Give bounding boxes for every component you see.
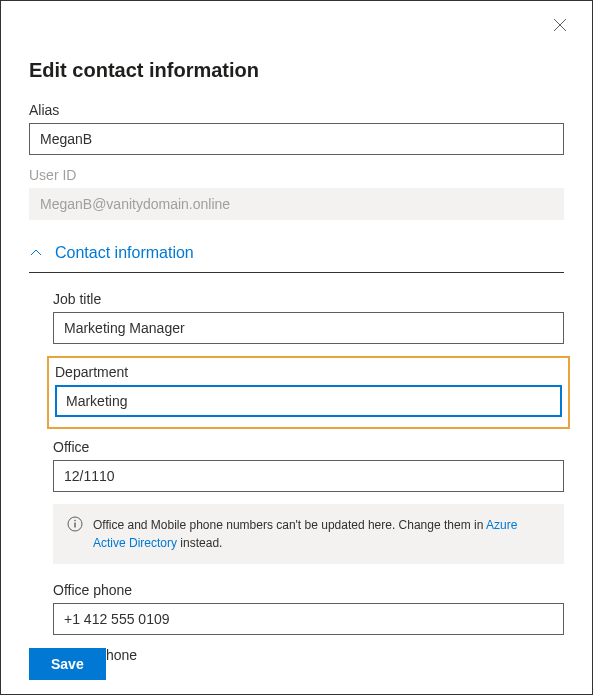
alias-input[interactable] — [29, 123, 564, 155]
close-button[interactable] — [550, 15, 570, 35]
department-label: Department — [55, 364, 562, 380]
mobilephone-label: Mobile phone — [53, 647, 564, 663]
info-text-after: instead. — [177, 536, 222, 550]
jobtitle-label: Job title — [53, 291, 564, 307]
office-label: Office — [53, 439, 564, 455]
svg-point-1 — [74, 520, 76, 522]
jobtitle-input[interactable] — [53, 312, 564, 344]
mobilephone-field-group: Mobile phone — [53, 647, 564, 663]
alias-field-group: Alias — [29, 102, 564, 155]
spacer — [29, 675, 564, 694]
dialog-scroll[interactable]: Edit contact information Alias User ID C… — [1, 1, 592, 694]
contact-info-fields: Job title Department Office — [29, 291, 564, 663]
office-field-group: Office — [53, 439, 564, 492]
department-highlight: Department — [47, 356, 570, 429]
section-title: Contact information — [55, 244, 194, 262]
dialog-content: Edit contact information Alias User ID C… — [1, 1, 592, 694]
contact-info-section-toggle[interactable]: Contact information — [29, 232, 564, 273]
close-icon — [553, 18, 567, 32]
phone-info-message: Office and Mobile phone numbers can't be… — [53, 504, 564, 564]
alias-label: Alias — [29, 102, 564, 118]
info-text: Office and Mobile phone numbers can't be… — [93, 516, 550, 552]
save-button[interactable]: Save — [29, 648, 106, 680]
userid-label: User ID — [29, 167, 564, 183]
userid-input — [29, 188, 564, 220]
userid-field-group: User ID — [29, 167, 564, 220]
svg-rect-2 — [74, 523, 75, 528]
info-text-before: Office and Mobile phone numbers can't be… — [93, 518, 486, 532]
chevron-up-icon — [29, 246, 43, 260]
office-input[interactable] — [53, 460, 564, 492]
info-icon — [67, 516, 83, 532]
page-title: Edit contact information — [29, 59, 564, 82]
department-input[interactable] — [55, 385, 562, 417]
jobtitle-field-group: Job title — [53, 291, 564, 344]
officephone-label: Office phone — [53, 582, 564, 598]
officephone-input[interactable] — [53, 603, 564, 635]
officephone-field-group: Office phone — [53, 582, 564, 635]
